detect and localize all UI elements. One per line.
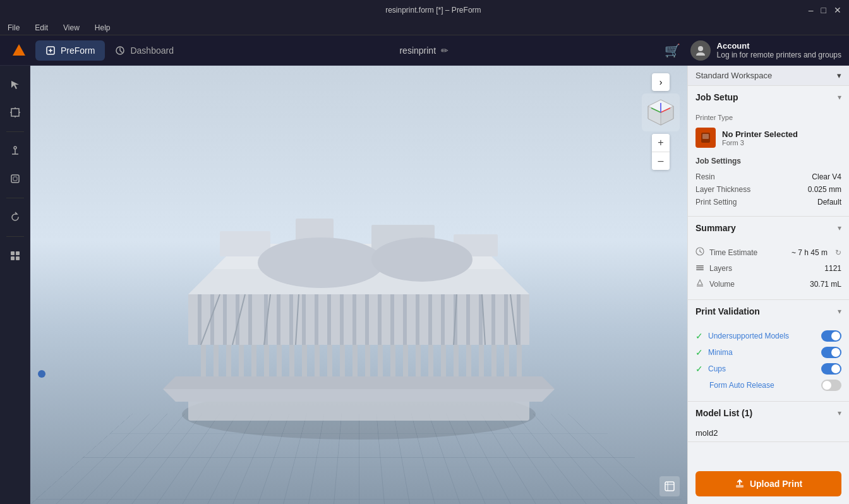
support-tool-btn[interactable] — [4, 140, 27, 162]
printer-info: No Printer Selected Form 3 — [722, 129, 798, 147]
3d-model — [138, 143, 580, 459]
undersupported-check: ✓ — [695, 331, 703, 341]
model-list-title: Model List (1) — [695, 408, 752, 418]
cups-toggle[interactable] — [821, 363, 841, 375]
model-list-section: Model List (1) ▾ mold2 — [688, 402, 849, 442]
svg-rect-14 — [11, 175, 19, 183]
validation-autorelease: Form Auto Release — [695, 377, 841, 393]
svg-rect-15 — [13, 177, 17, 181]
hollow-tool-btn[interactable] — [4, 167, 27, 190]
menu-view[interactable]: View — [61, 22, 82, 33]
menu-help[interactable]: Help — [92, 22, 113, 33]
svg-rect-61 — [327, 294, 331, 345]
time-refresh-icon[interactable]: ↻ — [835, 248, 841, 257]
volume-row: Volume 30.71 mL — [695, 276, 841, 292]
workspace-header[interactable]: Standard Workspace ▾ — [688, 66, 849, 86]
menu-edit[interactable]: Edit — [32, 22, 51, 33]
nav-tab-preform[interactable]: PreForm — [35, 40, 105, 61]
svg-rect-77 — [220, 231, 270, 256]
cups-check: ✓ — [695, 364, 703, 374]
zoom-out-btn[interactable]: – — [652, 152, 670, 170]
edit-project-icon[interactable]: ✏ — [441, 45, 449, 56]
printer-icon — [695, 128, 716, 148]
minima-toggle[interactable] — [821, 347, 841, 358]
account-subtitle: Log in for remote printers and groups — [717, 51, 841, 59]
print-validation-section: Print Validation ▾ ✓ Undersupported Mode… — [688, 300, 849, 402]
panel-collapse-btn[interactable]: › — [652, 73, 670, 91]
nav-bar: PreForm Dashboard resinprint ✏ 🛒 Account… — [0, 35, 849, 66]
svg-rect-75 — [504, 294, 508, 345]
model-list-header[interactable]: Model List (1) ▾ — [688, 402, 849, 424]
summary-section: Summary ▾ Time Estimate ~ 7 h 45 m ↻ Lay… — [688, 217, 849, 300]
menu-file[interactable]: File — [5, 22, 22, 33]
project-name: resinprint — [399, 45, 436, 56]
nav-right: 🛒 Account Log in for remote printers and… — [665, 40, 841, 61]
undersupported-toggle[interactable] — [821, 330, 841, 342]
svg-point-81 — [258, 237, 384, 288]
autorelease-toggle[interactable] — [821, 380, 841, 391]
minima-label[interactable]: Minima — [708, 348, 816, 357]
layers-slider[interactable] — [38, 370, 45, 378]
printer-name: No Printer Selected — [722, 129, 798, 139]
thickness-value: 0.025 mm — [808, 185, 841, 194]
svg-rect-70 — [441, 294, 445, 345]
svg-marker-90 — [163, 376, 555, 389]
nav-center: resinprint ✏ — [184, 45, 665, 56]
nav-tab-preform-label: PreForm — [61, 45, 95, 56]
select-tool-btn[interactable] — [4, 73, 27, 96]
workspace-label: Standard Workspace — [695, 71, 772, 80]
nav-cube[interactable] — [642, 93, 680, 131]
cart-icon[interactable]: 🛒 — [665, 43, 680, 58]
viewport-settings-btn[interactable] — [659, 476, 680, 496]
resin-row: Resin Clear V4 — [695, 171, 841, 183]
account-section[interactable]: Account Log in for remote printers and g… — [690, 40, 841, 61]
autorelease-label[interactable]: Form Auto Release — [709, 381, 816, 390]
rotate-tool-btn[interactable] — [4, 206, 27, 229]
svg-rect-53 — [223, 294, 227, 345]
slider-handle[interactable] — [38, 370, 45, 378]
job-setup-header[interactable]: Job Setup ▾ — [688, 86, 849, 109]
thickness-label: Layer Thickness — [695, 185, 750, 194]
layers-row: Layers 1121 — [695, 260, 841, 276]
validation-minima: ✓ Minima — [695, 344, 841, 361]
svg-rect-16 — [11, 251, 15, 255]
svg-rect-65 — [378, 294, 382, 345]
svg-rect-51 — [198, 294, 202, 345]
account-avatar — [690, 40, 711, 61]
zoom-in-btn[interactable]: + — [652, 134, 670, 152]
job-setup-content: Printer Type No Printer Selected Form 3 — [688, 109, 849, 216]
svg-rect-68 — [416, 294, 419, 345]
printer-type-row: No Printer Selected Form 3 — [695, 125, 841, 150]
close-btn[interactable]: ✕ — [834, 5, 841, 15]
job-setup-title: Job Setup — [695, 92, 738, 102]
cups-label[interactable]: Cups — [708, 364, 816, 373]
layers-icon — [695, 263, 704, 273]
svg-rect-55 — [248, 294, 252, 345]
svg-rect-63 — [352, 294, 356, 345]
job-settings-label: Job Settings — [695, 157, 841, 165]
print-validation-header[interactable]: Print Validation ▾ — [688, 300, 849, 323]
svg-rect-74 — [491, 294, 495, 345]
nav-tab-dashboard[interactable]: Dashboard — [105, 40, 184, 61]
maximize-btn[interactable]: □ — [821, 5, 826, 15]
upload-print-btn[interactable]: Upload Print — [695, 471, 841, 496]
model-item-mold2[interactable]: mold2 — [688, 424, 849, 441]
layout-tool-btn[interactable] — [4, 244, 27, 267]
minimize-btn[interactable]: – — [809, 5, 814, 15]
print-setting-value: Default — [817, 198, 841, 207]
undersupported-label[interactable]: Undersupported Models — [708, 332, 816, 340]
printer-model: Form 3 — [722, 139, 798, 147]
viewport[interactable]: › + – — [30, 66, 687, 504]
volume-icon — [695, 279, 704, 289]
svg-rect-18 — [11, 256, 15, 260]
collapse-icon: › — [659, 77, 663, 87]
viewport-controls-right: › + – — [642, 73, 680, 170]
svg-rect-109 — [696, 269, 704, 270]
window-controls[interactable]: – □ ✕ — [809, 5, 841, 15]
svg-rect-62 — [340, 294, 344, 345]
summary-header[interactable]: Summary ▾ — [688, 217, 849, 239]
app-logo — [8, 39, 30, 62]
thickness-row: Layer Thickness 0.025 mm — [695, 183, 841, 196]
right-panel: Standard Workspace ▾ Job Setup ▾ Printer… — [687, 66, 849, 504]
transform-tool-btn[interactable] — [4, 101, 27, 124]
